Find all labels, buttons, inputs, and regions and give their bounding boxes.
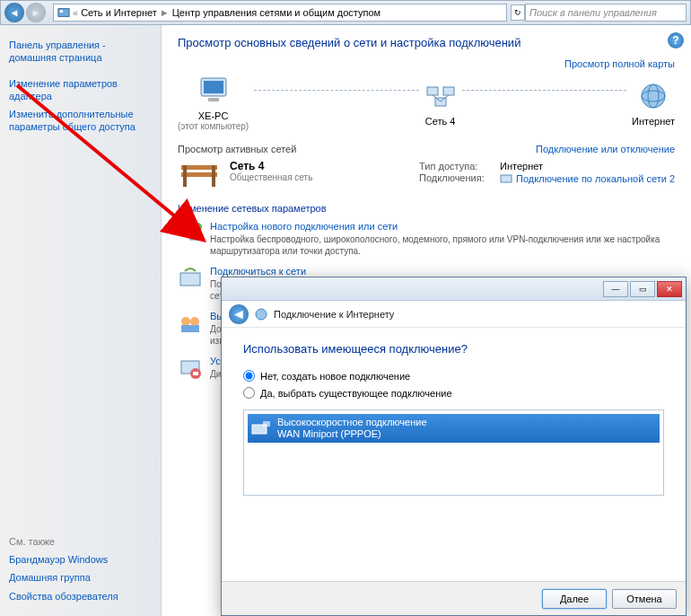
- connection-item[interactable]: Высокоскоростное подключение WAN Minipor…: [248, 414, 660, 443]
- network-map: XE-PC (этот компьютер) Сеть 4 Интернет: [178, 75, 675, 131]
- bench-icon: [178, 160, 221, 190]
- see-also-heading: См. также: [9, 536, 152, 547]
- network-name[interactable]: Сеть 4: [230, 160, 410, 172]
- radio-label: Да, выбрать существующее подключение: [260, 388, 452, 399]
- search-input[interactable]: Поиск в панели управления: [525, 4, 687, 22]
- connection-sub: WAN Miniport (PPPOE): [277, 428, 427, 440]
- node-this-pc[interactable]: XE-PC (этот компьютер): [178, 75, 249, 131]
- node-label: XE-PC: [178, 110, 249, 121]
- maximize-button[interactable]: ▭: [630, 281, 655, 297]
- access-type-label: Тип доступа:: [419, 161, 500, 172]
- close-button[interactable]: ✕: [657, 281, 682, 297]
- connection-line: [462, 90, 626, 91]
- svg-rect-32: [263, 421, 270, 427]
- radio-input[interactable]: [243, 370, 255, 382]
- svg-rect-18: [179, 226, 190, 234]
- svg-rect-5: [427, 87, 438, 95]
- globe-icon: [254, 307, 268, 321]
- page-title: Просмотр основных сведений о сети и наст…: [178, 36, 675, 49]
- dialog-title: Подключение к Интернету: [274, 309, 394, 320]
- svg-rect-16: [212, 165, 215, 187]
- search-placeholder: Поиск в панели управления: [529, 7, 657, 18]
- connect-disconnect-link[interactable]: Подключение или отключение: [536, 144, 675, 154]
- node-sublabel: (этот компьютер): [178, 121, 249, 131]
- connection-link[interactable]: Подключение по локальной сети 2: [500, 172, 675, 185]
- help-icon[interactable]: ?: [668, 32, 684, 48]
- sidebar-link-sharing[interactable]: Изменить дополнительные параметры общего…: [9, 108, 152, 134]
- svg-point-24: [190, 317, 199, 326]
- minimize-button[interactable]: —: [603, 281, 628, 297]
- node-internet[interactable]: Интернет: [632, 80, 675, 127]
- svg-point-23: [181, 317, 190, 326]
- radio-label: Нет, создать новое подключение: [260, 371, 410, 382]
- active-networks-label: Просмотр активных сетей: [178, 144, 296, 154]
- connect-network-icon: [178, 266, 203, 291]
- address-bar[interactable]: « Сеть и Интернет ► Центр управления сет…: [53, 4, 507, 22]
- sidebar-link-home[interactable]: Панель управления - домашняя страница: [9, 39, 152, 65]
- refresh-button[interactable]: ↻: [511, 4, 525, 21]
- node-label: Сеть 4: [424, 116, 457, 127]
- svg-rect-19: [190, 232, 201, 240]
- svg-rect-28: [193, 372, 198, 375]
- svg-rect-4: [208, 98, 219, 101]
- connection-name: Высокоскоростное подключение: [277, 417, 427, 428]
- nav-forward-button: ►: [26, 3, 46, 22]
- svg-rect-6: [443, 87, 454, 95]
- network-type[interactable]: Общественная сеть: [230, 172, 410, 182]
- connections-label: Подключения:: [419, 172, 500, 185]
- dialog-titlebar[interactable]: — ▭ ✕: [222, 277, 686, 301]
- task-title[interactable]: Настройка нового подключения или сети: [210, 221, 675, 232]
- control-panel-icon: [57, 6, 70, 19]
- svg-rect-15: [183, 165, 187, 187]
- troubleshoot-icon: [178, 356, 203, 381]
- task-desc: Настройка беспроводного, широкополосного…: [210, 233, 675, 257]
- nav-back-button[interactable]: ◄: [4, 3, 24, 22]
- dialog-back-button[interactable]: ◄: [229, 304, 249, 324]
- svg-text:+: +: [196, 224, 200, 232]
- homegroup-icon: [178, 311, 203, 336]
- svg-point-10: [642, 84, 665, 108]
- cancel-button[interactable]: Отмена: [612, 589, 677, 609]
- dialog-question: Использовать имеющееся подключение?: [243, 342, 664, 356]
- full-map-link[interactable]: Просмотр полной карты: [178, 58, 675, 69]
- sidebar-link-browser[interactable]: Свойства обозревателя: [9, 590, 152, 603]
- svg-rect-3: [204, 81, 223, 93]
- adapter-icon: [500, 172, 512, 185]
- svg-rect-1: [60, 10, 64, 13]
- connection-list[interactable]: Высокоскоростное подключение WAN Minipor…: [243, 409, 664, 496]
- globe-icon: [637, 80, 669, 112]
- next-button[interactable]: Далее: [542, 589, 607, 609]
- tasks-heading: Изменение сетевых параметров: [178, 203, 675, 214]
- breadcrumb-item[interactable]: Сеть и Интернет: [78, 7, 160, 18]
- sidebar-link-homegroup[interactable]: Домашняя группа: [9, 571, 152, 584]
- node-label: Интернет: [632, 116, 675, 127]
- svg-rect-25: [181, 325, 199, 332]
- svg-rect-22: [180, 273, 200, 286]
- access-type-value: Интернет: [500, 161, 543, 172]
- modem-icon: [250, 419, 272, 437]
- sidebar-link-adapter[interactable]: Изменение параметров адаптера: [9, 77, 152, 103]
- radio-existing-connection[interactable]: Да, выбрать существующее подключение: [243, 387, 664, 399]
- svg-rect-17: [501, 175, 512, 182]
- task-new-connection[interactable]: + Настройка нового подключения или сети …: [178, 221, 675, 257]
- node-network[interactable]: Сеть 4: [424, 80, 457, 127]
- breadcrumb-item[interactable]: Центр управления сетями и общим доступом: [170, 7, 383, 18]
- sidebar: Панель управления - домашняя страница Из…: [0, 25, 162, 616]
- radio-input[interactable]: [243, 387, 255, 399]
- connect-internet-dialog: — ▭ ✕ ◄ Подключение к Интернету Использо…: [221, 277, 687, 616]
- radio-new-connection[interactable]: Нет, создать новое подключение: [243, 370, 664, 382]
- sidebar-link-firewall[interactable]: Брандмауэр Windows: [9, 553, 152, 566]
- computer-icon: [197, 75, 230, 107]
- new-connection-icon: +: [178, 221, 203, 246]
- network-icon: [424, 80, 457, 112]
- connection-line: [254, 90, 418, 91]
- task-title[interactable]: Подключиться к сети: [210, 266, 306, 277]
- svg-point-30: [256, 309, 267, 320]
